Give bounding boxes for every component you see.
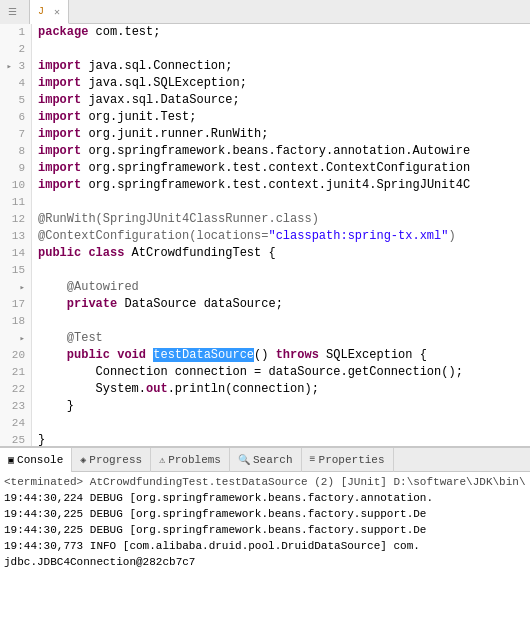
code-line-1: 1package com.test;	[0, 24, 530, 41]
console-line: jdbc.JDBC4Connection@282cb7c7	[4, 554, 526, 570]
line-number: 1	[0, 24, 32, 41]
code-line-17: 17 private DataSource dataSource;	[0, 296, 530, 313]
code-line-7: 7import org.junit.runner.RunWith;	[0, 126, 530, 143]
line-text: package com.test;	[32, 24, 160, 41]
line-text: }	[32, 398, 74, 415]
line-number: 10	[0, 177, 32, 194]
line-text	[32, 415, 38, 432]
line-number: 18	[0, 313, 32, 330]
line-number: 2	[0, 41, 32, 58]
line-text: import java.sql.SQLException;	[32, 75, 247, 92]
line-number: 13	[0, 228, 32, 245]
console-content: <terminated> AtCrowdfundingTest.testData…	[0, 472, 530, 621]
code-line-11: 11	[0, 194, 530, 211]
line-number: 25	[0, 432, 32, 446]
code-line-16: ▸ 16 @Autowired	[0, 279, 530, 296]
code-line-9: 9import org.springframework.test.context…	[0, 160, 530, 177]
console-line: 19:44:30,224 DEBUG [org.springframework.…	[4, 490, 526, 506]
line-number: 11	[0, 194, 32, 211]
code-line-5: 5import javax.sql.DataSource;	[0, 92, 530, 109]
bottom-tab-search[interactable]: 🔍Search	[230, 448, 302, 472]
line-number: 20	[0, 347, 32, 364]
code-line-3: ▸ 3import java.sql.Connection;	[0, 58, 530, 75]
code-line-18: 18	[0, 313, 530, 330]
code-line-10: 10import org.springframework.test.contex…	[0, 177, 530, 194]
line-text: import org.junit.Test;	[32, 109, 196, 126]
line-number: ▸ 16	[0, 279, 32, 296]
line-text: public class AtCrowdfundingTest {	[32, 245, 276, 262]
code-line-24: 24	[0, 415, 530, 432]
line-number: 5	[0, 92, 32, 109]
bottom-tabs: ▣Console◈Progress⚠Problems🔍Search≡Proper…	[0, 448, 530, 472]
line-text: import org.junit.runner.RunWith;	[32, 126, 268, 143]
code-line-20: 20 public void testDataSource() throws S…	[0, 347, 530, 364]
line-text: Connection connection = dataSource.getCo…	[32, 364, 463, 381]
line-text: import javax.sql.DataSource;	[32, 92, 240, 109]
line-number: 15	[0, 262, 32, 279]
code-line-15: 15	[0, 262, 530, 279]
line-number: 14	[0, 245, 32, 262]
console-tab-icon: ▣	[8, 454, 14, 466]
code-content: 1package com.test;2▸ 3import java.sql.Co…	[0, 24, 530, 446]
code-editor: 1package com.test;2▸ 3import java.sql.Co…	[0, 24, 530, 446]
tab-web-xml[interactable]: ☰	[0, 0, 30, 24]
line-number: 22	[0, 381, 32, 398]
line-text: public void testDataSource() throws SQLE…	[32, 347, 427, 364]
line-text: @ContextConfiguration(locations="classpa…	[32, 228, 456, 245]
code-line-23: 23 }	[0, 398, 530, 415]
line-text: private DataSource dataSource;	[32, 296, 283, 313]
line-text	[32, 194, 38, 211]
line-text: import org.springframework.beans.factory…	[32, 143, 470, 160]
bottom-panel: ▣Console◈Progress⚠Problems🔍Search≡Proper…	[0, 446, 530, 621]
line-text	[32, 262, 38, 279]
progress-tab-icon: ◈	[80, 454, 86, 466]
xml-icon: ☰	[8, 6, 17, 18]
search-tab-label: Search	[253, 454, 293, 466]
bottom-tab-console[interactable]: ▣Console	[0, 448, 72, 472]
code-line-2: 2	[0, 41, 530, 58]
line-number: 21	[0, 364, 32, 381]
console-line: 19:44:30,773 INFO [com.alibaba.druid.poo…	[4, 538, 526, 554]
line-text	[32, 313, 38, 330]
code-line-21: 21 Connection connection = dataSource.ge…	[0, 364, 530, 381]
tab-at-crowdfunding-test[interactable]: J ✕	[30, 0, 69, 24]
line-number: 17	[0, 296, 32, 313]
console-line: 19:44:30,225 DEBUG [org.springframework.…	[4, 506, 526, 522]
code-line-12: 12@RunWith(SpringJUnit4ClassRunner.class…	[0, 211, 530, 228]
problems-tab-label: Problems	[168, 454, 221, 466]
line-number: 23	[0, 398, 32, 415]
properties-tab-icon: ≡	[310, 454, 316, 465]
code-line-19: ▸ 19 @Test	[0, 330, 530, 347]
code-line-25: 25}	[0, 432, 530, 446]
line-number: 8	[0, 143, 32, 160]
line-text: @Test	[32, 330, 103, 347]
tab-bar: ☰ J ✕	[0, 0, 530, 24]
line-number: ▸ 19	[0, 330, 32, 347]
line-number: 6	[0, 109, 32, 126]
line-text: }	[32, 432, 45, 446]
bottom-tab-problems[interactable]: ⚠Problems	[151, 448, 230, 472]
code-line-14: 14public class AtCrowdfundingTest {	[0, 245, 530, 262]
code-line-4: 4import java.sql.SQLException;	[0, 75, 530, 92]
line-number: ▸ 3	[0, 58, 32, 75]
console-line: 19:44:30,225 DEBUG [org.springframework.…	[4, 522, 526, 538]
code-line-8: 8import org.springframework.beans.factor…	[0, 143, 530, 160]
line-text	[32, 41, 38, 58]
tab-close-icon[interactable]: ✕	[54, 6, 60, 18]
code-line-6: 6import org.junit.Test;	[0, 109, 530, 126]
line-text: System.out.println(connection);	[32, 381, 319, 398]
line-number: 7	[0, 126, 32, 143]
problems-tab-icon: ⚠	[159, 454, 165, 466]
line-text: @Autowired	[32, 279, 139, 296]
line-number: 9	[0, 160, 32, 177]
line-number: 12	[0, 211, 32, 228]
search-tab-icon: 🔍	[238, 454, 250, 466]
line-number: 24	[0, 415, 32, 432]
progress-tab-label: Progress	[89, 454, 142, 466]
console-tab-label: Console	[17, 454, 63, 466]
java-icon: J	[38, 6, 44, 17]
line-text: @RunWith(SpringJUnit4ClassRunner.class)	[32, 211, 319, 228]
bottom-tab-properties[interactable]: ≡Properties	[302, 448, 394, 472]
code-line-22: 22 System.out.println(connection);	[0, 381, 530, 398]
bottom-tab-progress[interactable]: ◈Progress	[72, 448, 151, 472]
